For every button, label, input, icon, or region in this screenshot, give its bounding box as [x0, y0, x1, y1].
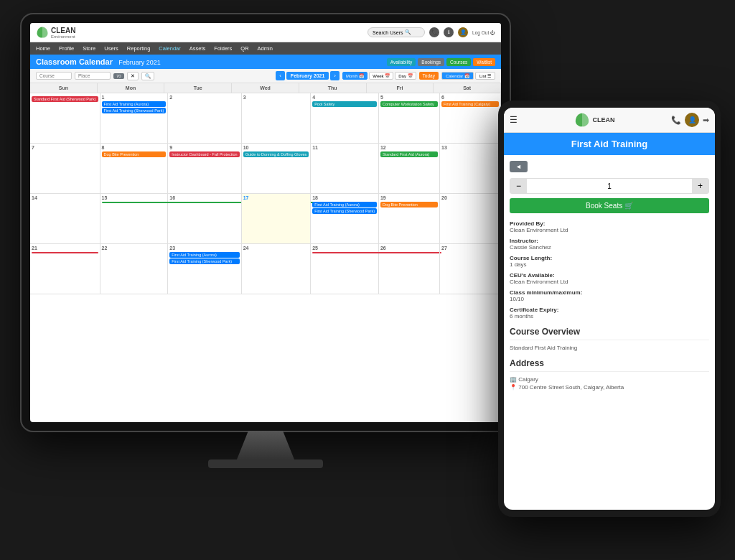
event-bar[interactable]: First Aid Training (Aurora): [312, 202, 377, 207]
cell-num: 21: [32, 246, 98, 251]
course-filter-input[interactable]: [36, 72, 72, 80]
cal-cell-w2-sun: 7: [30, 144, 100, 194]
search-icon: 🔍: [405, 29, 411, 35]
tablet-body: ◄ − 1 + Book Seats 🛒 Provided By: Clean …: [504, 155, 715, 493]
qty-minus-btn[interactable]: −: [510, 179, 527, 193]
calendar-view-btn[interactable]: Calendar 📅: [441, 72, 474, 80]
day-view-btn[interactable]: Day 📅: [395, 72, 416, 80]
week-view-btn[interactable]: Week 📅: [369, 72, 393, 80]
course-length-section: Course Length: 1 days: [510, 255, 709, 268]
event-bar[interactable]: First Aid Training (Sherwood Park): [102, 108, 167, 113]
nav-qr[interactable]: QR: [240, 42, 248, 55]
cal-cell-w2-fri: 12 Standard First Aid (Aurora): [379, 144, 440, 194]
tablet-logo-text: CLEAN: [593, 116, 615, 123]
waitlist-btn[interactable]: Waitlist: [473, 58, 495, 66]
cal-cell-w4-sat: 27: [440, 244, 501, 294]
calendar-page-header: Classroom Calendar February 2021 Availab…: [30, 55, 501, 69]
event-bar[interactable]: Guide to Donning & Doffing Gloves: [243, 151, 309, 157]
instructor-section: Instructor: Cassie Sanchez: [510, 238, 709, 251]
cell-num: 4: [312, 95, 377, 100]
place-filter-input[interactable]: [75, 72, 111, 80]
book-seats-btn[interactable]: Book Seats 🛒: [510, 198, 709, 213]
cal-cell-w4-sun: 21: [30, 244, 100, 294]
list-view-btn[interactable]: List ☰: [475, 72, 495, 80]
tablet-menu-icon[interactable]: ☰: [510, 115, 518, 125]
cal-cell-w1-wed: 3: [242, 93, 312, 144]
day-header-sun: Sun: [30, 83, 98, 93]
calendar-title-group: Classroom Calendar February 2021: [36, 57, 161, 66]
tablet-back-btn[interactable]: ◄: [510, 161, 528, 172]
tablet-phone-icon[interactable]: 📞: [671, 116, 681, 125]
nav-home[interactable]: Home: [36, 42, 50, 55]
building-icon: 🏢: [510, 376, 517, 383]
logo-name: CLEAN: [51, 27, 75, 34]
nav-calendar[interactable]: Calendar: [159, 42, 180, 55]
cell-num: 24: [243, 246, 309, 251]
cal-cell-w3-sun: 14: [30, 194, 100, 244]
nav-users[interactable]: Users: [104, 42, 118, 55]
calendar-nav-group: ‹ February 2021 ›: [276, 71, 340, 80]
nav-profile[interactable]: Profile: [59, 42, 74, 55]
cell-num: 15: [102, 195, 167, 200]
nav-reporting[interactable]: Reporting: [127, 42, 151, 55]
cal-cell-w3-sat: 20: [440, 194, 501, 244]
cell-num: 1: [102, 95, 167, 100]
event-bar[interactable]: First Aid Training (Aurora): [169, 252, 239, 258]
cell-num: 14: [32, 195, 98, 200]
search-placeholder: Search Users: [373, 30, 403, 35]
cert-expiry-value: 6 months: [510, 313, 709, 319]
monitor-screen-wrap: CLEAN Environment Search Users 🔍 📞 ℹ 👤 L…: [22, 14, 510, 431]
phone-icon[interactable]: 📞: [429, 27, 439, 37]
month-view-btn[interactable]: Month 📅: [342, 72, 368, 80]
event-bar[interactable]: Computer Workstation Safety: [380, 101, 438, 107]
event-bar[interactable]: First Aid Training (Calgary): [441, 101, 499, 107]
event-bar[interactable]: Standard First Aid (Sherwood Park): [32, 96, 98, 102]
monitor: CLEAN Environment Search Users 🔍 📞 ℹ 👤 L…: [22, 14, 510, 503]
event-bar[interactable]: Pool Safety: [312, 101, 377, 107]
cell-num: 27: [441, 246, 499, 251]
cell-num: 13: [441, 145, 499, 150]
event-bar[interactable]: First Aid Training (Sherwood Park): [312, 208, 377, 214]
tablet-exit-icon[interactable]: ➡: [703, 116, 709, 125]
tablet-logo-icon: [574, 112, 590, 128]
availability-btn[interactable]: Availability: [387, 58, 416, 66]
nav-admin[interactable]: Admin: [258, 42, 273, 55]
logout-link[interactable]: Log Out ⏻: [472, 30, 495, 35]
calendar-page-title: Classroom Calendar: [36, 57, 113, 66]
nav-assets[interactable]: Assets: [189, 42, 206, 55]
user-avatar[interactable]: 👤: [458, 27, 468, 37]
provided-by-section: Provided By: Clean Environment Ltd: [510, 220, 709, 233]
event-bar[interactable]: Dog Bite Prevention: [102, 151, 167, 157]
next-month-btn[interactable]: ›: [330, 71, 340, 80]
filter-clear-btn[interactable]: ✕: [127, 72, 139, 80]
nav-folders[interactable]: Folders: [214, 42, 232, 55]
event-bar[interactable]: First Aid Training (Sherwood Park): [169, 258, 239, 264]
tablet-user-avatar[interactable]: 👤: [685, 113, 699, 127]
bookings-btn[interactable]: Bookings: [418, 58, 444, 66]
prev-month-btn[interactable]: ‹: [276, 71, 285, 80]
qty-plus-btn[interactable]: +: [692, 179, 708, 193]
instructor-value: Cassie Sanchez: [510, 244, 709, 251]
event-bar[interactable]: Standard First Aid (Aurora): [380, 151, 438, 157]
filter-search-btn[interactable]: 🔍: [141, 72, 154, 80]
search-box[interactable]: Search Users 🔍: [368, 27, 425, 37]
today-btn[interactable]: Today: [419, 72, 439, 80]
info-icon[interactable]: ℹ: [444, 27, 454, 37]
event-bar[interactable]: First Aid Training (Aurora): [102, 101, 167, 107]
cal-cell-w1-tue: 2: [168, 93, 241, 144]
nav-store[interactable]: Store: [83, 42, 95, 55]
event-bar[interactable]: Instructor Dashboard - Fall Protection: [169, 151, 239, 157]
calendar-header-right: Availability Bookings Courses Waitlist: [387, 58, 495, 66]
courses-btn[interactable]: Courses: [446, 58, 471, 66]
header-right: Search Users 🔍 📞 ℹ 👤 Log Out ⏻: [368, 27, 495, 37]
tablet-header-icons: 📞 👤 ➡: [671, 113, 709, 127]
event-bar[interactable]: Dog Bite Prevention: [380, 202, 438, 207]
tablet-page-title: First Aid Training: [510, 139, 709, 149]
cal-cell-w1-sun: Standard First Aid (Sherwood Park): [30, 93, 100, 144]
cal-cell-w1-thu: 4 Pool Safety: [311, 93, 379, 144]
event-bar[interactable]: [32, 252, 98, 253]
ceu-section: CEU's Available: Clean Environment Ltd: [510, 272, 709, 285]
day-header-mon: Mon: [98, 83, 165, 93]
address-street: 📍 700 Centre Street South, Calgary, Albe…: [510, 384, 709, 391]
cell-num: 5: [380, 95, 438, 100]
